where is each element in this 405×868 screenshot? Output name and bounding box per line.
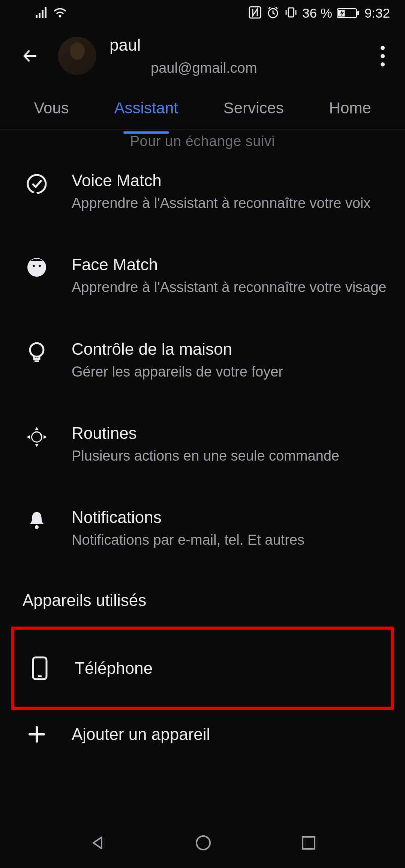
wifi-icon — [53, 7, 67, 20]
setting-title: Voice Match — [72, 170, 390, 191]
setting-routines[interactable]: Routines Plusieurs actions en une seule … — [0, 402, 405, 486]
svg-rect-9 — [357, 11, 359, 15]
svg-point-11 — [28, 175, 46, 193]
voice-match-icon — [22, 173, 51, 195]
svg-rect-26 — [303, 837, 315, 849]
highlight-annotation: Téléphone — [11, 627, 394, 710]
device-add[interactable]: Ajouter un appareil — [0, 710, 405, 762]
plus-icon — [22, 725, 51, 744]
setting-face-match[interactable]: Face Match Apprendre à l'Assistant à rec… — [0, 234, 405, 318]
alarm-icon — [266, 6, 280, 21]
setting-home-control[interactable]: Contrôle de la maison Gérer les appareil… — [0, 318, 405, 402]
bell-icon — [22, 510, 51, 531]
tab-label: Assistant — [114, 99, 178, 117]
status-right: 36 % 9:32 — [248, 6, 390, 21]
svg-point-13 — [33, 265, 35, 267]
clock-text: 9:32 — [364, 6, 390, 21]
account-header: paul paul@gmail.com — [0, 26, 405, 87]
tabs: Vous Assistant Services Home — [0, 87, 405, 130]
settings-list[interactable]: Pour un échange suivi Voice Match Appren… — [0, 130, 405, 762]
svg-rect-0 — [36, 15, 38, 18]
more-options-icon[interactable] — [375, 46, 390, 66]
tab-label: Home — [329, 99, 371, 117]
nav-recent-icon[interactable] — [301, 835, 316, 852]
svg-point-4 — [59, 15, 62, 18]
svg-marker-19 — [35, 444, 39, 447]
user-email: paul@gmail.com — [151, 60, 257, 76]
battery-icon — [337, 8, 360, 19]
setting-title: Contrôle de la maison — [72, 339, 390, 359]
setting-title: Face Match — [72, 254, 390, 275]
user-info: paul paul@gmail.com — [110, 36, 257, 76]
battery-percent-text: 36 % — [302, 6, 332, 21]
setting-subtitle: Apprendre à l'Assistant à reconnaître vo… — [72, 194, 390, 213]
tab-home[interactable]: Home — [326, 92, 375, 125]
svg-point-14 — [39, 265, 41, 267]
lightbulb-icon — [22, 342, 51, 365]
phone-icon — [26, 656, 54, 681]
setting-notifications[interactable]: Notifications Notifications par e-mail, … — [0, 486, 405, 570]
setting-subtitle: Gérer les appareils de votre foyer — [72, 362, 390, 381]
device-phone[interactable]: Téléphone — [14, 630, 391, 707]
partial-cutoff-text: Pour un échange suivi — [0, 130, 405, 149]
signal-icon — [36, 7, 48, 20]
svg-marker-21 — [44, 435, 47, 439]
nav-back-icon[interactable] — [89, 834, 106, 853]
setting-title: Notifications — [72, 507, 390, 527]
tab-label: Services — [224, 99, 284, 117]
navigation-bar — [0, 819, 405, 868]
nfc-icon — [248, 6, 262, 21]
svg-marker-18 — [35, 427, 39, 430]
svg-rect-3 — [45, 7, 46, 18]
back-arrow-icon[interactable] — [21, 47, 39, 65]
tab-assistant[interactable]: Assistant — [111, 92, 182, 125]
setting-subtitle: Notifications par e-mail, tel. Et autres — [72, 530, 390, 550]
tab-vous[interactable]: Vous — [30, 92, 72, 125]
user-name: paul — [110, 36, 257, 54]
svg-rect-1 — [39, 13, 40, 18]
face-match-icon — [22, 257, 51, 277]
nav-home-icon[interactable] — [195, 834, 212, 853]
vibrate-icon — [284, 6, 298, 21]
setting-subtitle: Apprendre à l'Assistant à reconnaître vo… — [72, 278, 390, 297]
svg-point-15 — [30, 343, 44, 357]
svg-rect-16 — [34, 360, 39, 362]
svg-point-25 — [196, 836, 210, 850]
tab-services[interactable]: Services — [220, 92, 288, 125]
tab-label: Vous — [34, 99, 69, 117]
svg-rect-2 — [42, 10, 44, 18]
setting-voice-match[interactable]: Voice Match Apprendre à l'Assistant à re… — [0, 149, 405, 234]
setting-subtitle: Plusieurs actions en une seule commande — [72, 446, 390, 466]
svg-rect-24 — [38, 675, 42, 677]
setting-title: Routines — [72, 423, 390, 443]
routines-icon — [22, 426, 51, 448]
status-left — [36, 7, 67, 20]
svg-rect-7 — [288, 8, 294, 17]
device-label: Ajouter un appareil — [72, 725, 210, 744]
status-bar: 36 % 9:32 — [0, 0, 405, 26]
avatar[interactable] — [58, 37, 96, 75]
section-title-devices: Appareils utilisés — [0, 570, 405, 623]
svg-point-22 — [35, 525, 39, 529]
device-label: Téléphone — [75, 659, 153, 678]
svg-marker-20 — [27, 435, 30, 439]
